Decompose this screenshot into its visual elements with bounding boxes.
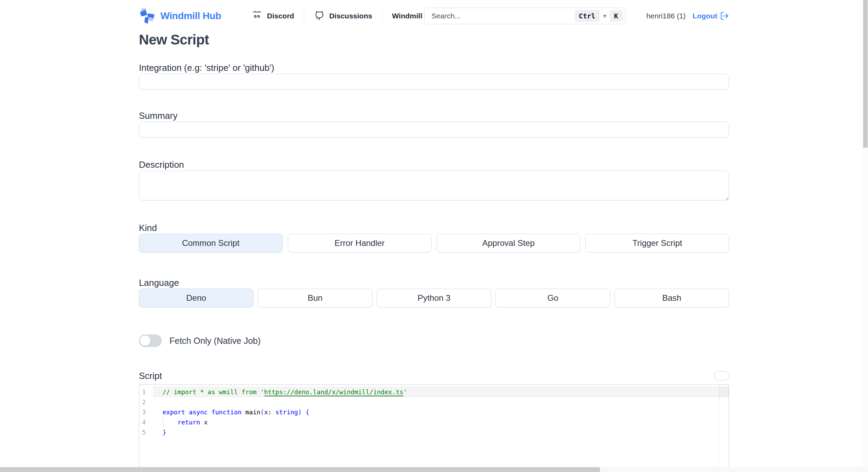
horizontal-scrollbar (0, 467, 868, 472)
logout-icon (720, 11, 729, 20)
line-number: 2 (139, 397, 161, 407)
brand-title: Windmill Hub (160, 10, 221, 22)
code-line: export async function main(x: string) { (162, 407, 718, 417)
summary-label: Summary (139, 110, 729, 122)
kbd-k: K (610, 10, 623, 22)
header-nav: Discord Discussions Windmill (251, 8, 422, 24)
nav-divider (304, 8, 304, 24)
language-option-go[interactable]: Go (495, 289, 610, 307)
kind-option-error-handler[interactable]: Error Handler (288, 234, 432, 252)
page-container: Windmill Hub Discord Discussions (139, 0, 729, 472)
integration-input[interactable] (139, 74, 729, 90)
summary-input[interactable] (139, 122, 729, 138)
indent-guide (163, 417, 163, 427)
kind-label: Kind (139, 222, 729, 234)
user-area: henri186 (1) Logout (646, 11, 729, 20)
toggle-knob (140, 335, 151, 346)
fetch-only-toggle[interactable] (139, 334, 162, 347)
code-line: // import * as wmill from 'https://deno.… (162, 387, 718, 397)
script-label-row: Script (139, 370, 729, 382)
github-discussions-icon (314, 10, 325, 22)
language-label: Language (139, 277, 729, 289)
language-option-bash[interactable]: Bash (615, 289, 729, 307)
code-editor[interactable]: 12345 // import * as wmill from 'https:/… (139, 384, 729, 472)
username-label: henri186 (1) (646, 12, 686, 20)
kind-option-trigger-script[interactable]: Trigger Script (585, 234, 729, 252)
kbd-plus: + (603, 12, 607, 20)
fetch-only-label: Fetch Only (Native Job) (169, 336, 261, 346)
nav-discussions-label: Discussions (329, 12, 372, 20)
script-label: Script (139, 370, 162, 382)
line-number: 4 (139, 417, 161, 427)
search-box: Ctrl + K (424, 8, 626, 24)
fetch-only-row: Fetch Only (Native Job) (139, 334, 729, 347)
ruler-marker (719, 387, 728, 397)
nav-discord-label: Discord (267, 12, 294, 20)
vertical-scrollbar-thumb[interactable] (863, 0, 868, 148)
kind-button-group: Common ScriptError HandlerApproval StepT… (139, 234, 729, 252)
kind-option-approval-step[interactable]: Approval Step (437, 234, 581, 252)
language-button-group: DenoBunPython 3GoBash (139, 289, 729, 307)
language-option-python-3[interactable]: Python 3 (377, 289, 491, 307)
line-number: 1 (139, 387, 161, 397)
nav-windmill[interactable]: Windmill (392, 12, 422, 20)
language-option-deno[interactable]: Deno (139, 289, 253, 307)
code-line: return x (162, 417, 718, 427)
horizontal-scrollbar-thumb[interactable] (0, 467, 600, 472)
line-number-gutter: 12345 (139, 387, 161, 437)
search-input[interactable] (432, 12, 574, 20)
windmill-logo-icon (139, 8, 156, 24)
nav-discord[interactable]: Discord (251, 10, 294, 22)
kind-option-common-script[interactable]: Common Script (139, 234, 283, 252)
discord-icon (251, 10, 263, 22)
line-number: 5 (139, 427, 161, 437)
brand-home-link[interactable]: Windmill Hub (139, 8, 221, 24)
overview-ruler (719, 385, 729, 472)
language-option-bun[interactable]: Bun (258, 289, 372, 307)
code-line: } (162, 427, 718, 437)
logout-link[interactable]: Logout (693, 11, 729, 20)
code-line (162, 397, 718, 407)
description-label: Description (139, 159, 729, 171)
header: Windmill Hub Discord Discussions (139, 0, 729, 32)
nav-divider (382, 8, 382, 24)
description-textarea[interactable] (139, 171, 729, 200)
editor-mini-toggle[interactable] (714, 371, 729, 381)
line-number: 3 (139, 407, 161, 417)
kbd-ctrl: Ctrl (574, 10, 600, 22)
page-title: New Script (139, 32, 729, 47)
integration-label: Integration (e.g: 'stripe' or 'github') (139, 62, 729, 74)
nav-windmill-label: Windmill (392, 12, 422, 20)
vertical-scrollbar (863, 0, 868, 472)
logout-label: Logout (693, 12, 717, 20)
nav-discussions[interactable]: Discussions (314, 10, 372, 22)
code-content: // import * as wmill from 'https://deno.… (162, 387, 718, 437)
